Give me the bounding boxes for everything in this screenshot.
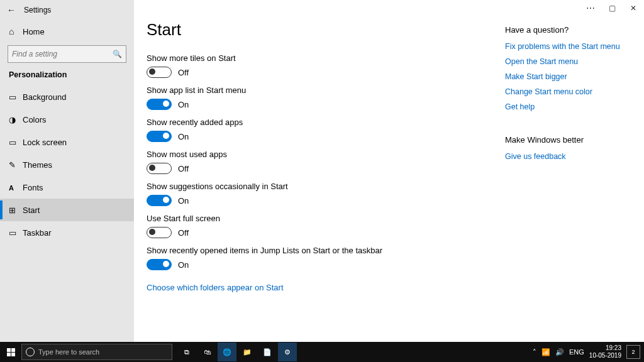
tray-time: 19:23 [589,344,621,352]
toggle-jump-lists[interactable] [147,259,172,270]
setting-show-more-tiles: Show more tiles on Start Off [147,53,499,78]
sidebar-item-fonts[interactable]: Fonts [0,176,134,199]
toggle-most-used[interactable] [147,163,172,174]
fonts-icon [9,183,18,192]
app-icon-edge[interactable]: 🌐 [218,343,236,361]
toggle-recently-added[interactable] [147,131,172,142]
taskbar: Type here to search ⧉ 🛍 🌐 📁 📄 ⚙ ˄ 📶 🔊 EN… [0,342,644,362]
feedback-title: Make Windows better [505,135,625,145]
tray-volume-icon[interactable]: 🔊 [555,348,564,356]
setting-label: Show more tiles on Start [147,53,499,63]
back-button[interactable]: ← [5,5,18,15]
toggle-show-app-list[interactable] [147,99,172,110]
toggle-show-more-tiles[interactable] [147,67,172,78]
home-nav[interactable]: Home [0,20,134,43]
app-icon-settings[interactable]: ⚙ [278,343,297,361]
titlebar: ← Settings [0,0,134,20]
help-link-fix-problems[interactable]: Fix problems with the Start menu [505,42,625,51]
setting-label: Show recently opened items in Jump Lists… [147,246,499,255]
app-icon-store[interactable]: 🛍 [197,343,216,361]
toggle-state-text: Off [178,68,189,77]
taskbar-app-icons: ⧉ 🛍 🌐 📁 📄 ⚙ [177,343,297,361]
toggle-suggestions[interactable] [147,195,172,206]
tray-network-icon[interactable]: 📶 [541,348,550,356]
themes-icon [9,160,18,169]
help-link-change-color[interactable]: Change Start menu color [505,87,625,96]
help-link-make-bigger[interactable]: Make Start bigger [505,72,625,81]
sidebar-item-label: Themes [23,160,52,170]
toggle-state-text: Off [178,228,189,238]
sidebar-item-start[interactable]: Start [0,199,134,221]
page-title: Start [147,20,499,40]
lock-screen-icon [9,138,18,146]
toggle-state-text: Off [178,164,189,173]
setting-jump-lists: Show recently opened items in Jump Lists… [147,246,499,270]
setting-show-app-list: Show app list in Start menu On [147,85,499,110]
help-title: Have a question? [505,25,625,35]
help-link-get-help[interactable]: Get help [505,102,625,111]
toggle-state-text: On [178,132,189,141]
setting-suggestions: Show suggestions occasionally in Start O… [147,182,499,206]
cortana-icon [26,348,35,356]
toggle-state-text: On [178,196,189,206]
sidebar-item-themes[interactable]: Themes [0,153,134,176]
sidebar-item-label: Background [23,92,66,102]
setting-label: Show most used apps [147,150,499,159]
feedback-link[interactable]: Give us feedback [505,152,625,161]
help-column: Have a question? Fix problems with the S… [505,20,625,329]
taskbar-search[interactable]: Type here to search [21,344,172,360]
app-icon-explorer[interactable]: 📁 [238,343,257,361]
home-icon [9,26,18,35]
tray-language[interactable]: ENG [569,348,584,356]
sidebar-item-lock-screen[interactable]: Lock screen [0,131,134,153]
action-center-icon[interactable]: 2 [626,345,640,359]
more-options-button[interactable]: ⋯ [580,0,601,16]
start-icon [9,206,18,214]
sidebar-item-label: Colors [23,115,47,124]
sidebar-item-background[interactable]: Background [0,85,134,108]
main-content: Start Show more tiles on Start Off Show … [134,0,644,342]
search-input[interactable] [12,50,113,58]
tray-chevron-icon[interactable]: ˄ [533,348,536,356]
background-icon [9,92,18,101]
tray-date: 10-05-2019 [589,352,621,359]
task-view-icon[interactable]: ⧉ [177,343,196,361]
start-button[interactable] [0,342,21,362]
setting-label: Show suggestions occasionally in Start [147,182,499,191]
close-button[interactable]: ✕ [623,0,644,16]
search-icon: 🔍 [113,50,122,58]
sidebar-item-label: Taskbar [23,228,52,238]
toggle-state-text: On [178,100,189,109]
setting-most-used: Show most used apps Off [147,150,499,174]
window-controls: ⋯ ▢ ✕ [580,0,644,16]
taskbar-search-placeholder: Type here to search [38,348,99,356]
sidebar-item-taskbar[interactable]: Taskbar [0,221,134,244]
sidebar: ← Settings Home 🔍 Personalization Backgr… [0,0,134,342]
setting-label: Show app list in Start menu [147,85,499,95]
sidebar-item-colors[interactable]: Colors [0,108,134,131]
colors-icon [9,115,18,124]
app-icon-word[interactable]: 📄 [258,343,277,361]
search-box[interactable]: 🔍 [8,45,126,63]
setting-label: Use Start full screen [147,214,499,223]
choose-folders-link[interactable]: Choose which folders appear on Start [147,283,284,292]
category-title: Personalization [0,69,134,85]
sidebar-item-label: Lock screen [23,138,67,147]
sidebar-item-label: Start [23,206,40,215]
tray-clock[interactable]: 19:23 10-05-2019 [589,344,621,359]
system-tray: ˄ 📶 🔊 ENG 19:23 10-05-2019 2 [533,344,644,359]
setting-full-screen: Use Start full screen Off [147,214,499,238]
taskbar-icon [9,228,18,237]
toggle-state-text: On [178,260,189,270]
home-label: Home [23,27,45,36]
window-title: Settings [24,6,51,14]
sidebar-item-label: Fonts [23,183,43,192]
restore-button[interactable]: ▢ [601,0,623,16]
help-link-open-start[interactable]: Open the Start menu [505,57,625,66]
setting-label: Show recently added apps [147,118,499,127]
toggle-full-screen[interactable] [147,227,172,238]
setting-recently-added: Show recently added apps On [147,118,499,142]
